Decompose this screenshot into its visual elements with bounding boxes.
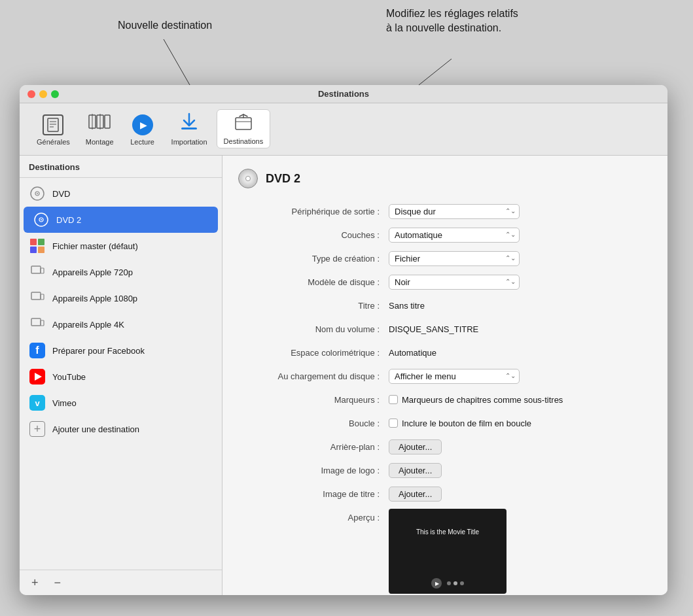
lecture-icon: ▶	[132, 114, 153, 135]
select-wrap-couches: Automatique Simple couche Double couche	[389, 228, 520, 243]
toolbar-btn-montage[interactable]: Montage	[79, 110, 120, 148]
sidebar-item-facebook[interactable]: f Préparer pour Facebook	[20, 337, 222, 364]
remove-item-button[interactable]: −	[52, 575, 64, 590]
label-apercu: Aperçu :	[238, 509, 389, 522]
sidebar-item-fichier-master-label: Fichier master (défaut)	[52, 241, 138, 251]
preview-dot-1	[447, 581, 451, 585]
preview-dots	[447, 581, 464, 585]
checkbox-boucle[interactable]	[389, 419, 398, 428]
disc-hole	[245, 176, 251, 181]
toolbar-btn-destinations[interactable]: Destinations	[217, 109, 271, 148]
sidebar-item-apple-4k[interactable]: Appareils Apple 4K	[20, 311, 222, 337]
select-wrap-au-chargement: Afficher le menu Lire le film	[389, 369, 520, 384]
svg-line-1	[419, 59, 452, 85]
callout-modifier-reglages: Modifiez les réglages relatifs à la nouv…	[386, 7, 518, 36]
sidebar-item-apple-1080p-label: Appareils Apple 1080p	[52, 294, 137, 303]
sidebar-item-dvd[interactable]: DVD	[20, 180, 222, 207]
value-espace-color: Automatique	[389, 348, 652, 358]
select-couches[interactable]: Automatique Simple couche Double couche	[389, 228, 520, 243]
apple-1080p-icon	[29, 290, 46, 307]
importation-icon	[179, 111, 200, 135]
sidebar-item-apple-720p-label: Appareils Apple 720p	[52, 267, 133, 277]
label-modele-disque: Modèle de disque :	[238, 277, 389, 287]
sidebar-item-dvd2[interactable]: DVD 2	[24, 207, 218, 233]
dvd-icon	[29, 185, 46, 202]
row-espace-color: Espace colorimétrique : Automatique	[238, 344, 652, 361]
sidebar-item-dvd-label: DVD	[52, 189, 70, 199]
sidebar-item-youtube[interactable]: YouTube	[20, 364, 222, 390]
generales-svg	[47, 118, 59, 132]
label-image-titre: Image de titre :	[238, 489, 389, 499]
apple-720p-icon	[29, 264, 46, 281]
label-au-chargement: Au chargement du disque :	[238, 371, 389, 381]
svg-rect-12	[236, 118, 251, 129]
minimize-button[interactable]	[39, 90, 47, 98]
destinations-label: Destinations	[224, 137, 264, 145]
sidebar-item-add-destination[interactable]: + Ajouter une destination	[20, 416, 222, 442]
toolbar-btn-importation[interactable]: Importation	[165, 109, 214, 148]
row-image-logo: Image de logo : Ajouter...	[238, 462, 652, 479]
label-type-creation: Type de création :	[238, 254, 389, 264]
close-button[interactable]	[27, 90, 35, 98]
row-nom-volume: Nom du volume : DISQUE_SANS_TITRE	[238, 320, 652, 337]
label-peripherique: Périphérique de sortie :	[238, 207, 389, 216]
label-couches: Couches :	[238, 230, 389, 240]
btn-image-titre[interactable]: Ajouter...	[389, 487, 442, 502]
sidebar: Destinations DVD	[20, 156, 222, 595]
svg-rect-2	[48, 118, 58, 131]
btn-image-logo[interactable]: Ajouter...	[389, 463, 442, 478]
select-modele-disque[interactable]: Noir Blanc Couleur	[389, 275, 520, 290]
callout-lines	[0, 0, 693, 95]
svg-rect-24	[31, 266, 41, 273]
destinations-icon	[233, 112, 254, 135]
select-au-chargement[interactable]: Afficher le menu Lire le film	[389, 369, 520, 384]
sidebar-item-facebook-label: Préparer pour Facebook	[52, 346, 145, 356]
btn-arriere-plan[interactable]: Ajouter...	[389, 439, 442, 454]
preview-play-button[interactable]: ▶	[431, 578, 442, 589]
select-type-creation[interactable]: Fichier Disque	[389, 251, 520, 266]
sidebar-item-apple-720p[interactable]: Appareils Apple 720p	[20, 259, 222, 285]
checkbox-row-marqueurs: Marqueurs de chapitres comme sous-titres	[389, 395, 563, 405]
row-type-creation: Type de création : Fichier Disque	[238, 250, 652, 267]
sidebar-item-dvd2-label: DVD 2	[56, 215, 81, 225]
select-wrap-peripherique: Disque dur Graveur DVD	[389, 204, 520, 219]
label-nom-volume: Nom du volume :	[238, 324, 389, 334]
sidebar-item-add-destination-label: Ajouter une destination	[52, 424, 139, 434]
row-image-titre: Image de titre : Ajouter...	[238, 485, 652, 502]
annotations: Nouvelle destination Modifiez les réglag…	[0, 0, 693, 95]
select-peripherique[interactable]: Disque dur Graveur DVD	[389, 204, 520, 219]
row-modele-disque: Modèle de disque : Noir Blanc Couleur	[238, 273, 652, 290]
svg-rect-21	[38, 239, 44, 245]
sidebar-item-vimeo[interactable]: v Vimeo	[20, 390, 222, 416]
preview-dot-2	[453, 581, 457, 585]
sidebar-item-apple-1080p[interactable]: Appareils Apple 1080p	[20, 285, 222, 311]
toolbar: Générales Montage ▶ Lecture	[20, 103, 667, 156]
content-area: Destinations DVD	[20, 156, 667, 595]
toolbar-btn-generales[interactable]: Générales	[30, 112, 77, 148]
preview-box: This is the Movie Title ▶	[389, 509, 506, 594]
youtube-icon	[29, 368, 46, 385]
traffic-lights	[27, 90, 59, 98]
toolbar-btn-lecture[interactable]: ▶ Lecture	[123, 112, 162, 148]
main-window: Destinations Générales	[20, 85, 667, 595]
importation-label: Importation	[171, 138, 207, 146]
label-marqueurs: Marqueurs :	[238, 395, 389, 405]
dvd2-icon	[33, 211, 50, 228]
select-wrap-modele-disque: Noir Blanc Couleur	[389, 275, 520, 290]
svg-rect-20	[30, 239, 37, 245]
montage-icon	[88, 112, 111, 135]
detail-disc-icon	[238, 169, 258, 188]
add-item-button[interactable]: +	[29, 575, 41, 590]
preview-movie-title: This is the Movie Title	[389, 528, 506, 536]
row-arriere-plan: Arrière-plan : Ajouter...	[238, 438, 652, 455]
row-marqueurs: Marqueurs : Marqueurs de chapitres comme…	[238, 391, 652, 408]
checkbox-row-boucle: Inclure le bouton de film en boucle	[389, 419, 531, 428]
svg-rect-22	[30, 247, 37, 253]
sidebar-item-fichier-master[interactable]: Fichier master (défaut)	[20, 233, 222, 259]
checkbox-marqueurs[interactable]	[389, 395, 398, 404]
sidebar-item-youtube-label: YouTube	[52, 372, 86, 382]
preview-dot-3	[460, 581, 464, 585]
generales-label: Générales	[37, 138, 70, 146]
sidebar-item-apple-4k-label: Appareils Apple 4K	[52, 320, 124, 330]
fullscreen-button[interactable]	[51, 90, 59, 98]
